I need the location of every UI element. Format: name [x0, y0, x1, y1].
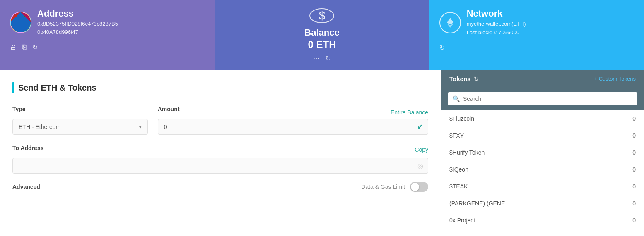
type-select-wrapper: ETH - Ethereum ▼ [12, 119, 148, 135]
type-select[interactable]: ETH - Ethereum [12, 119, 148, 135]
search-box: 🔍 [448, 92, 637, 105]
token-name: $IQeon [449, 166, 468, 173]
copy-icon[interactable]: ⎘ [22, 43, 27, 51]
token-amount: 0 [632, 115, 636, 122]
network-info: myetherwallet.com(ETH) Last block: # 706… [467, 20, 526, 37]
custom-tokens-link[interactable]: + Custom Tokens [594, 76, 636, 82]
address-text: 0x8D52375ffD028f6c473c8287B5 0b40A78d996… [37, 20, 118, 36]
to-address-wrapper: ◎ [12, 158, 428, 174]
amount-wrapper: ✔ [158, 119, 428, 135]
type-label: Type [12, 106, 148, 112]
advanced-label: Advanced [12, 184, 40, 190]
qr-icon: ◎ [417, 162, 423, 170]
tokens-title: Tokens ↻ [449, 75, 479, 82]
gas-limit-label: Data & Gas Limit [361, 184, 405, 190]
search-input[interactable] [463, 95, 632, 102]
token-amount: 0 [632, 217, 636, 224]
token-row[interactable]: 0x Project 0 [441, 212, 644, 229]
section-title: Send ETH & Tokens [18, 83, 96, 93]
address-title: Address [37, 8, 118, 19]
token-row[interactable]: $IQeon 0 [441, 161, 644, 178]
to-address-input[interactable] [12, 158, 428, 174]
balance-title: Balance [304, 27, 339, 38]
tokens-panel: Tokens ↻ + Custom Tokens 🔍 $Fluzcoin 0 $… [441, 70, 644, 236]
accent-bar [12, 82, 14, 93]
copy-link[interactable]: Copy [415, 146, 428, 153]
tokens-list: $Fluzcoin 0 $FXY 0 $Hurify Token 0 $IQeo… [441, 110, 644, 229]
token-name: $FXY [449, 132, 464, 139]
search-icon: 🔍 [453, 95, 460, 102]
token-name: $Fluzcoin [449, 115, 474, 122]
refresh-balance-icon[interactable]: ↻ [326, 55, 331, 62]
network-title: Network [467, 8, 526, 19]
check-icon: ✔ [417, 122, 423, 131]
tokens-header: Tokens ↻ + Custom Tokens [441, 70, 644, 87]
amount-label: Amount [158, 106, 180, 112]
balance-icon: $ [309, 8, 334, 23]
token-name: $Hurify Token [449, 149, 485, 156]
entire-balance-link[interactable]: Entire Balance [180, 108, 428, 116]
token-row[interactable]: (PARKGENE) (GENE 0 [441, 195, 644, 212]
tokens-footer: »» [441, 229, 644, 236]
token-row[interactable]: $Hurify Token 0 [441, 144, 644, 161]
refresh-icon[interactable]: ↻ [32, 43, 38, 51]
svg-marker-0 [447, 18, 453, 24]
to-address-label: To Address [12, 145, 43, 151]
avatar [10, 12, 31, 33]
token-row[interactable]: $FXY 0 [441, 127, 644, 144]
toggle-knob [411, 183, 419, 191]
amount-input[interactable] [158, 119, 428, 135]
send-panel: Send ETH & Tokens Type Amount Entire Bal… [0, 70, 441, 236]
chevron-down-icon[interactable]: »» [540, 234, 545, 236]
refresh-tokens-icon[interactable]: ↻ [474, 76, 479, 82]
network-card: Network myetherwallet.com(ETH) Last bloc… [429, 0, 644, 70]
balance-card: $ Balance 0 ETH ⋯ ↻ [215, 0, 429, 70]
search-wrapper: 🔍 [441, 87, 644, 110]
address-card: Address 0x8D52375ffD028f6c473c8287B5 0b4… [0, 0, 215, 70]
gas-limit-toggle[interactable] [410, 182, 428, 192]
token-amount: 0 [632, 132, 636, 139]
token-amount: 0 [632, 200, 636, 207]
refresh-network-icon[interactable]: ↻ [439, 44, 445, 52]
print-icon[interactable]: 🖨 [10, 43, 17, 51]
token-amount: 0 [632, 149, 636, 156]
token-amount: 0 [632, 166, 636, 173]
more-icon[interactable]: ⋯ [313, 55, 320, 62]
balance-amount: 0 ETH [308, 39, 336, 50]
ethereum-logo [439, 12, 461, 33]
token-name: 0x Project [449, 217, 475, 224]
token-row[interactable]: $Fluzcoin 0 [441, 110, 644, 127]
token-row[interactable]: $TEAK 0 [441, 178, 644, 195]
token-name: $TEAK [449, 183, 468, 190]
token-amount: 0 [632, 183, 636, 190]
token-name: (PARKGENE) (GENE [449, 200, 505, 207]
